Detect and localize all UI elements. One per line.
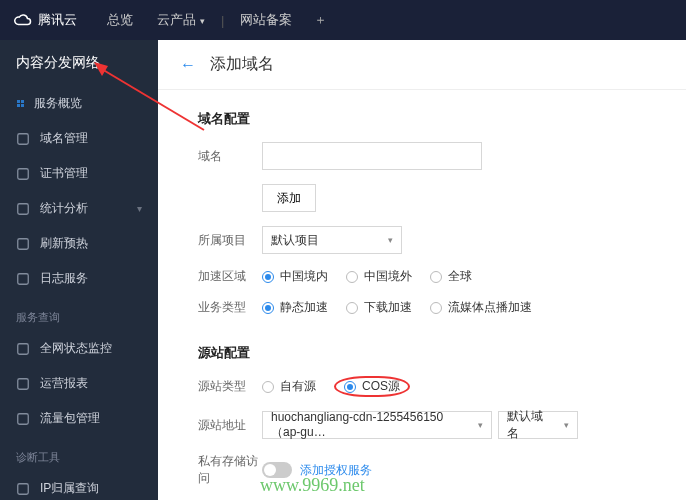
sidebar-item[interactable]: 统计分析▾ — [0, 191, 158, 226]
project-select[interactable]: 默认项目 — [262, 226, 402, 254]
svg-rect-7 — [18, 413, 29, 424]
sidebar-item-label: IP归属查询 — [40, 480, 99, 497]
svg-rect-4 — [18, 273, 29, 284]
domain-label: 域名 — [198, 148, 262, 165]
origin-addr-mode[interactable]: 默认域名 — [498, 411, 578, 439]
private-label: 私有存储访问 — [198, 453, 262, 487]
sidebar-item-label: 运营报表 — [40, 375, 88, 392]
regions-option[interactable]: 中国境内 — [262, 268, 328, 285]
sidebar-icon — [16, 377, 30, 391]
biz-option[interactable]: 流媒体点播加速 — [430, 299, 532, 316]
sidebar-icon — [16, 237, 30, 251]
sidebar-icon — [16, 167, 30, 181]
sidebar-item[interactable]: 全网状态监控 — [0, 331, 158, 366]
sidebar-item-label: 流量包管理 — [40, 410, 100, 427]
svg-rect-5 — [18, 343, 29, 354]
chevron-down-icon: ▾ — [137, 203, 142, 214]
sidebar-icon — [16, 412, 30, 426]
section-domain: 域名配置 — [198, 110, 646, 128]
sidebar-item-label: 服务概览 — [34, 95, 82, 112]
sidebar-item[interactable]: 刷新预热 — [0, 226, 158, 261]
add-button[interactable]: 添加 — [262, 184, 316, 212]
sidebar-item-label: 刷新预热 — [40, 235, 88, 252]
sidebar-item-label: 域名管理 — [40, 130, 88, 147]
svg-rect-1 — [18, 168, 29, 179]
project-label: 所属项目 — [198, 232, 262, 249]
origin-addr-label: 源站地址 — [198, 417, 262, 434]
sidebar-item[interactable]: IP归属查询 — [0, 471, 158, 500]
top-plus-icon[interactable]: ＋ — [304, 11, 337, 29]
svg-rect-0 — [18, 133, 29, 144]
brand-logo[interactable]: 腾讯云 — [14, 11, 77, 29]
origin-type-own[interactable]: 自有源 — [262, 378, 316, 395]
sidebar-heading: 服务查询 — [0, 296, 158, 331]
sidebar-item-label: 日志服务 — [40, 270, 88, 287]
top-overview[interactable]: 总览 — [95, 11, 145, 29]
private-toggle[interactable] — [262, 462, 292, 478]
svg-rect-6 — [18, 378, 29, 389]
sidebar-icon — [16, 482, 30, 496]
sidebar: 内容分发网络 服务概览域名管理证书管理统计分析▾刷新预热日志服务服务查询全网状态… — [0, 40, 158, 500]
sidebar-item[interactable]: 日志服务 — [0, 261, 158, 296]
sep: | — [221, 13, 224, 28]
cloud-icon — [14, 11, 32, 29]
domain-input[interactable] — [262, 142, 482, 170]
sidebar-item-label: 证书管理 — [40, 165, 88, 182]
sidebar-heading: 诊断工具 — [0, 436, 158, 471]
section-origin: 源站配置 — [198, 344, 646, 362]
sidebar-item-label: 全网状态监控 — [40, 340, 112, 357]
sidebar-item[interactable]: 证书管理 — [0, 156, 158, 191]
top-beian[interactable]: 网站备案 — [228, 11, 304, 29]
biz-label: 业务类型 — [198, 299, 262, 316]
origin-addr-select[interactable]: huochangliang-cdn-1255456150（ap-gu… — [262, 411, 492, 439]
back-icon[interactable]: ← — [180, 56, 196, 74]
sidebar-icon — [16, 132, 30, 146]
top-products[interactable]: 云产品 — [145, 11, 217, 29]
biz-option[interactable]: 静态加速 — [262, 299, 328, 316]
svg-rect-8 — [18, 483, 29, 494]
page-title: 添加域名 — [210, 54, 274, 75]
origin-type-label: 源站类型 — [198, 378, 262, 395]
topbar: 腾讯云 总览 云产品 | 网站备案 ＋ — [0, 0, 686, 40]
sidebar-item-label: 统计分析 — [40, 200, 88, 217]
sidebar-item[interactable]: 运营报表 — [0, 366, 158, 401]
auth-link[interactable]: 添加授权服务 — [300, 462, 372, 479]
sidebar-item[interactable]: 域名管理 — [0, 121, 158, 156]
brand-text: 腾讯云 — [38, 11, 77, 29]
sidebar-icon — [16, 272, 30, 286]
biz-option[interactable]: 下载加速 — [346, 299, 412, 316]
regions-option[interactable]: 全球 — [430, 268, 472, 285]
svg-rect-2 — [18, 203, 29, 214]
sidebar-item[interactable]: 服务概览 — [0, 86, 158, 121]
sidebar-item[interactable]: 流量包管理 — [0, 401, 158, 436]
sidebar-title: 内容分发网络 — [0, 54, 158, 86]
main-header: ← 添加域名 — [158, 40, 686, 90]
sidebar-icon — [16, 202, 30, 216]
regions-option[interactable]: 中国境外 — [346, 268, 412, 285]
sidebar-icon — [16, 342, 30, 356]
region-label: 加速区域 — [198, 268, 262, 285]
svg-rect-3 — [18, 238, 29, 249]
sidebar-icon — [16, 100, 24, 108]
main: ← 添加域名 域名配置 域名 添加 所属项目 默认项目 加速区域 中国境内中国境… — [158, 40, 686, 500]
origin-type-cos[interactable]: COS源 — [334, 376, 410, 397]
